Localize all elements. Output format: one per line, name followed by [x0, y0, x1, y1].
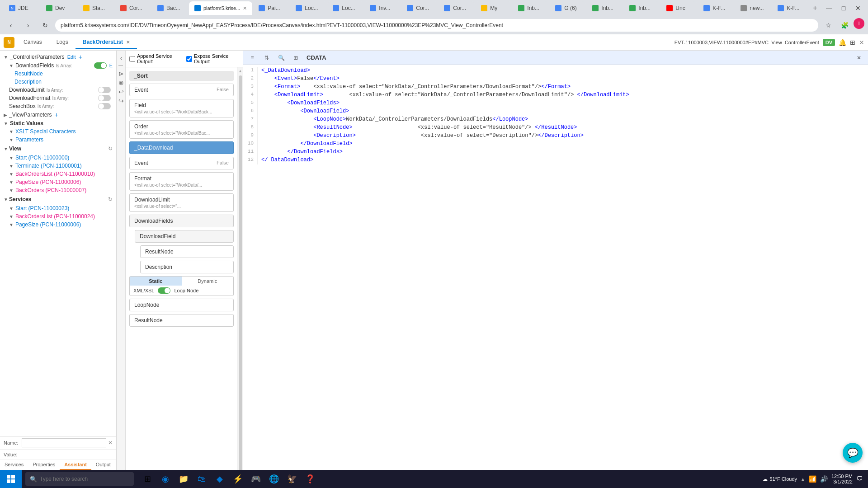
tab-inv[interactable]: Inv...: [364, 1, 401, 15]
tab-inb3[interactable]: Inb...: [624, 1, 660, 15]
tab-cor3[interactable]: Cor...: [439, 1, 475, 15]
download-format-toggle[interactable]: [98, 95, 111, 101]
list-icon[interactable]: ≡: [247, 52, 258, 63]
taskbar-icon-store[interactable]: 🛍: [193, 470, 210, 488]
tab-logs[interactable]: Logs: [49, 36, 75, 49]
new-tab-button[interactable]: +: [809, 4, 821, 12]
tree-xslt-special[interactable]: ▼ XSLT Special Characters: [0, 127, 116, 136]
static-tab[interactable]: Static: [130, 277, 182, 286]
tab-pai[interactable]: Pai...: [253, 1, 289, 15]
taskbar-icon-app3[interactable]: 🦅: [284, 470, 300, 488]
node-sort[interactable]: _Sort: [129, 71, 234, 81]
dynamic-tab[interactable]: Dynamic: [182, 277, 234, 286]
append-service-checkbox[interactable]: [129, 56, 135, 62]
search-icon[interactable]: 🔍: [276, 52, 287, 63]
tab-canvas[interactable]: Canvas: [16, 36, 49, 49]
download-fields-toggle[interactable]: [94, 62, 107, 69]
sort-icon[interactable]: ⇅: [261, 52, 272, 63]
services-refresh-icon[interactable]: ↻: [108, 196, 113, 202]
taskbar-icon-help[interactable]: ❓: [302, 470, 318, 488]
refresh-button[interactable]: ↻: [38, 18, 52, 33]
taskbar-icon-task[interactable]: ⊞: [139, 470, 156, 488]
taskbar-icon-edge[interactable]: ◉: [157, 470, 174, 488]
line-content[interactable]: <Format> <xsl:value-of select="WorkData/…: [261, 83, 868, 91]
node-downloadfield[interactable]: DownloadField: [135, 230, 234, 243]
tab-backorderslist[interactable]: BackOrdersList ✕: [75, 36, 137, 49]
node-datadownload[interactable]: _DataDownload: [129, 141, 234, 154]
tree-controller-params[interactable]: ▼ _ControllerParameters Edit +: [0, 52, 116, 61]
tab-kf1[interactable]: K-F...: [698, 1, 734, 15]
tab-loc1[interactable]: Loc...: [290, 1, 326, 15]
notification-icon[interactable]: 🗨: [856, 475, 863, 483]
name-clear-icon[interactable]: ✕: [108, 440, 113, 446]
tab-services[interactable]: Services: [0, 460, 28, 470]
middle-scrollbar[interactable]: ▲ ▼: [237, 67, 243, 488]
tree-view-terminate[interactable]: ▼ Terminate (PCN-11000001): [0, 162, 116, 170]
tab-my[interactable]: My: [476, 1, 512, 15]
tab-new1[interactable]: new...: [735, 1, 771, 15]
tab-g6[interactable]: G (6): [550, 1, 586, 15]
tab-cor1[interactable]: Cor...: [115, 1, 151, 15]
node-field[interactable]: Field <xsl:value-of select="WorkData/Bac…: [129, 99, 234, 117]
line-content[interactable]: <DownloadLimit> <xsl:value-of select="Wo…: [261, 91, 868, 99]
edit-button[interactable]: Edit: [67, 54, 76, 60]
node-description-tree[interactable]: Description: [140, 261, 234, 273]
tree-search-box[interactable]: SearchBox Is Array:: [0, 102, 116, 110]
tree-parameters[interactable]: ▼ Parameters: [0, 136, 116, 144]
taskbar-icon-dropbox[interactable]: ◆: [212, 470, 228, 488]
search-box-toggle[interactable]: [98, 103, 111, 109]
middle-scroll-area[interactable]: _Sort Event False Field <xsl:value-of se…: [126, 67, 237, 488]
line-content[interactable]: <Description> <xsl:value-of select="Desc…: [261, 132, 868, 140]
tree-services-start[interactable]: ▼ Start (PCN-11000023): [0, 204, 116, 212]
app-close-icon[interactable]: ✕: [859, 39, 864, 46]
tab-backorderslist-close-icon[interactable]: ✕: [126, 40, 130, 45]
node-downloadfields[interactable]: DownloadFields: [129, 215, 234, 227]
line-content[interactable]: <Event>False</Event>: [261, 75, 868, 83]
line-content[interactable]: <DownloadField>: [261, 108, 868, 116]
add-button[interactable]: +: [79, 53, 82, 61]
xmlxsl-toggle[interactable]: [158, 287, 170, 294]
node-downloadlimit[interactable]: DownloadLimit <xsl:value-of select="...: [129, 193, 234, 212]
tab-dev[interactable]: Dev: [41, 1, 77, 15]
expose-service-checkbox[interactable]: [186, 56, 192, 62]
view-refresh-icon[interactable]: ↻: [108, 145, 113, 152]
panel-divider[interactable]: ‹ | ⊳ ⊗ ↩ ↪: [117, 51, 126, 488]
scroll-up-icon[interactable]: ▲: [237, 67, 243, 75]
profile-button[interactable]: T: [854, 18, 864, 29]
taskbar-icon-explorer[interactable]: 📁: [175, 470, 192, 488]
tab-kf2[interactable]: K-F...: [772, 1, 808, 15]
node-format[interactable]: Format <xsl:value-of select="WorkData/..…: [129, 172, 234, 191]
taskbar-arrow-icon[interactable]: ▲: [801, 477, 805, 482]
line-content[interactable]: </DownloadField>: [261, 140, 868, 148]
line-content[interactable]: <DownloadFields>: [261, 99, 868, 108]
node-resultnode-bottom[interactable]: ResultNode: [129, 314, 234, 327]
taskbar-icon-app2[interactable]: 🎮: [248, 470, 264, 488]
line-content[interactable]: <_DataDownload>: [261, 67, 868, 75]
tree-view-section[interactable]: ▼ View ↻: [0, 144, 116, 154]
grid-icon[interactable]: ⊞: [850, 39, 855, 46]
close-button[interactable]: ✕: [852, 2, 864, 14]
code-editor[interactable]: 1 <_DataDownload> 2 <Event>False</Event>…: [243, 65, 868, 479]
tab-cor2[interactable]: Cor...: [401, 1, 438, 15]
tree-services-pagesize[interactable]: ▼ PageSize (PCN-11000006): [0, 221, 116, 229]
tree-result-node[interactable]: ResultNode: [0, 70, 116, 78]
download-fields-edit-icon[interactable]: E: [109, 63, 113, 68]
tab-inb2[interactable]: Inb...: [587, 1, 623, 15]
minimize-button[interactable]: —: [823, 2, 835, 14]
bell-icon[interactable]: 🔔: [839, 39, 846, 46]
back-button[interactable]: ‹: [4, 18, 18, 33]
tab-active[interactable]: platform5.krise... ✕: [189, 1, 252, 15]
tab-unc[interactable]: Unc: [661, 1, 697, 15]
grid-view-icon[interactable]: ⊞: [290, 52, 301, 63]
node-event2[interactable]: Event False: [129, 157, 234, 169]
tab-assistant[interactable]: Assistant: [60, 460, 91, 470]
tree-view-backorders[interactable]: ▼ BackOrders (PCN-11000007): [0, 186, 116, 194]
tree-static-values[interactable]: ▼ Static Values: [0, 119, 116, 127]
tree-services-backorderslist[interactable]: ▼ BackOrdersList (PCN-11000024): [0, 212, 116, 221]
taskbar-clock[interactable]: 12:50 PM 3/1/2022: [831, 474, 853, 484]
taskbar-icon-app1[interactable]: ⚡: [230, 470, 246, 488]
tree-view-start[interactable]: ▼ Start (PCN-11000000): [0, 154, 116, 162]
node-loopnode[interactable]: LoopNode: [129, 299, 234, 311]
taskbar-search-input[interactable]: [40, 476, 129, 482]
tree-download-format[interactable]: DownloadFormat Is Array:: [0, 94, 116, 102]
